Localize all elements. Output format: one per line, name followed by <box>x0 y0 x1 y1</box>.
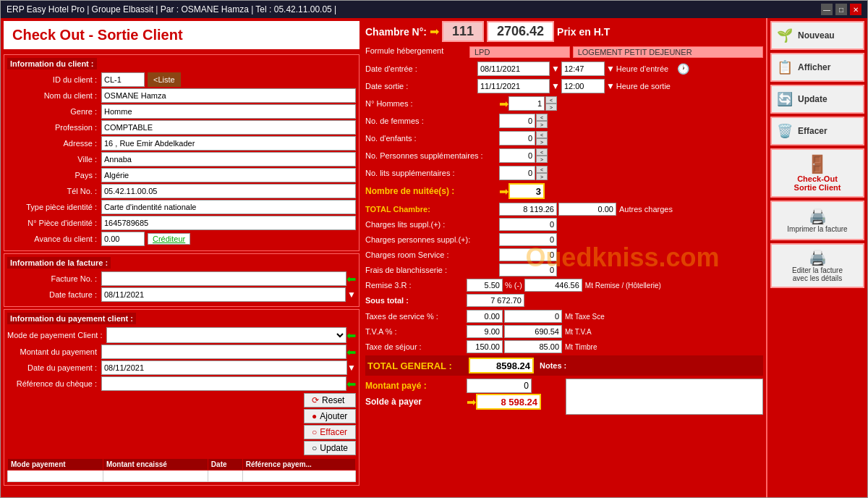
hommes-row: N° Hommes : ➡ < > <box>365 96 763 111</box>
nom-input[interactable] <box>101 88 356 103</box>
charges-lits-input[interactable] <box>499 218 557 231</box>
update-payment-button[interactable]: ○ Update <box>304 441 356 455</box>
taxe-sejour-pct-input[interactable] <box>467 340 503 353</box>
blanchisserie-input[interactable] <box>499 263 557 277</box>
imprimer-button[interactable]: 🖨️ Imprimer la facture <box>770 201 864 240</box>
date-sortie-input[interactable] <box>477 79 550 93</box>
date-payement-input[interactable] <box>101 360 347 375</box>
nouveau-button[interactable]: 🌱 Nouveau <box>770 21 864 50</box>
genre-input[interactable] <box>101 104 356 119</box>
facture-no-input[interactable] <box>101 271 346 286</box>
montant-arrow-icon: ⬅ <box>346 345 356 359</box>
total-general-row: TOTAL GENERAL : Notes : <box>365 355 763 376</box>
date-entree-picker[interactable]: ▼ <box>551 64 560 74</box>
taxe-service-pct-input[interactable] <box>467 310 503 323</box>
date-entree-input[interactable] <box>477 62 550 76</box>
charges-room-input[interactable] <box>499 248 557 261</box>
taxe-service-val-input[interactable] <box>504 310 562 323</box>
notes-textarea[interactable] <box>566 379 763 415</box>
heure-sortie-select[interactable]: ▼ <box>606 81 615 91</box>
n-piece-input[interactable] <box>101 216 356 230</box>
profession-row: Profession : <box>7 120 356 135</box>
left-panel: Check Out - Sortie Client Information du… <box>1 18 362 497</box>
nuitees-row: Nombre de nuitée(s) : ➡ <box>365 183 763 199</box>
heure-sortie-input[interactable] <box>561 79 605 93</box>
enfants-increment[interactable]: < <box>536 131 548 138</box>
femmes-input[interactable] <box>499 114 535 128</box>
remise-val-input[interactable] <box>524 279 582 292</box>
hommes-decrement[interactable]: > <box>545 104 557 111</box>
effacer-payment-button[interactable]: ○ Effacer <box>304 425 356 439</box>
ajouter-button[interactable]: ● Ajouter <box>304 409 356 423</box>
middle-panel: Ouedkniss.com Chambre N°: ➡ 111 2706.42 … <box>362 18 766 497</box>
type-piece-input[interactable] <box>101 200 356 214</box>
montant-payement-input[interactable] <box>101 345 346 359</box>
tel-input[interactable] <box>101 184 356 198</box>
personnes-supp-increment[interactable]: < <box>536 148 548 156</box>
solde-input[interactable] <box>476 394 541 410</box>
formule-row: Formule hébergement LPD LOGEMENT PETIT D… <box>365 46 763 58</box>
date-facture-input[interactable] <box>101 287 346 302</box>
montant-paye-input[interactable] <box>467 379 532 393</box>
lits-supp-decrement[interactable]: > <box>536 173 548 180</box>
ville-input[interactable] <box>101 152 356 166</box>
autres-charges-input[interactable] <box>558 203 616 216</box>
pays-input[interactable] <box>101 168 356 182</box>
heure-entree-select[interactable]: ▼ <box>606 64 615 74</box>
avance-input[interactable] <box>101 232 145 246</box>
afficher-button[interactable]: 📋 Afficher <box>770 53 864 82</box>
nuitees-input[interactable] <box>509 183 545 199</box>
crediteur-button[interactable]: Créditeur <box>148 233 190 245</box>
charges-personnes-input[interactable] <box>499 233 557 246</box>
close-button[interactable]: ✕ <box>850 4 861 15</box>
adresse-row: Adresse : <box>7 136 356 151</box>
taxe-sejour-val-input[interactable] <box>504 340 562 353</box>
tva-pct-input[interactable] <box>467 325 503 338</box>
tva-val-input[interactable] <box>504 325 562 338</box>
lits-supp-increment[interactable]: < <box>536 166 548 173</box>
charges-personnes-label: Charges personnes suppl.(+): <box>365 235 499 244</box>
date-payement-picker[interactable]: ▼ <box>347 363 356 373</box>
formule-code: LPD <box>469 46 570 58</box>
date-sortie-picker[interactable]: ▼ <box>551 81 560 91</box>
checkout-button[interactable]: 🚪 Check-OutSortie Client <box>770 148 864 198</box>
minimize-button[interactable]: — <box>821 4 833 15</box>
enfants-decrement[interactable]: > <box>536 138 548 145</box>
remise-pct-input[interactable] <box>467 279 503 292</box>
total-chambre-input[interactable] <box>499 203 557 216</box>
lits-supp-input[interactable] <box>499 166 535 180</box>
editer-icon: 🖨️ <box>809 249 827 266</box>
update-button[interactable]: 🔄 Update <box>770 85 864 114</box>
personnes-supp-label: No. Personnes supplémentaires : <box>365 151 499 160</box>
mode-payement-select[interactable] <box>106 327 346 343</box>
enfants-input[interactable] <box>499 131 535 145</box>
ville-label: Ville : <box>7 155 101 164</box>
hommes-input[interactable] <box>509 96 545 111</box>
liste-button[interactable]: <Liste <box>148 72 181 87</box>
total-general-input[interactable] <box>469 358 534 374</box>
heure-entree-input[interactable] <box>561 62 605 76</box>
profession-input[interactable] <box>101 120 356 135</box>
reset-button[interactable]: ⟳ Reset <box>304 393 356 408</box>
femmes-increment[interactable]: < <box>536 114 548 121</box>
hommes-increment[interactable]: < <box>545 96 557 104</box>
facture-section: Information de la facture : Facture No. … <box>4 253 359 307</box>
nom-row: Nom du client : <box>7 88 356 103</box>
enfants-row: No. d'enfants : < > <box>365 131 763 145</box>
editer-button[interactable]: 🖨️ Editer la factureavec les détails <box>770 243 864 288</box>
personnes-supp-input[interactable] <box>499 148 535 163</box>
total-general-label: TOTAL GENERAL : <box>367 360 469 371</box>
personnes-supp-decrement[interactable]: > <box>536 156 548 163</box>
client-id-input[interactable] <box>101 72 145 87</box>
taxe-service-label: Taxes de service % : <box>365 312 467 321</box>
date-sortie-label: Date sortie : <box>365 82 477 90</box>
payment-table: Mode payement Montant encaissé Date Réfé… <box>7 458 356 482</box>
maximize-button[interactable]: □ <box>835 4 847 15</box>
effacer-button[interactable]: 🗑️ Effacer <box>770 117 864 145</box>
femmes-decrement[interactable]: > <box>536 121 548 128</box>
adresse-input[interactable] <box>101 136 356 151</box>
notes-label: Notes : <box>540 361 566 370</box>
date-facture-picker[interactable]: ▼ <box>347 290 356 300</box>
ref-cheque-input[interactable] <box>101 376 346 391</box>
sous-total-input[interactable] <box>467 294 524 307</box>
